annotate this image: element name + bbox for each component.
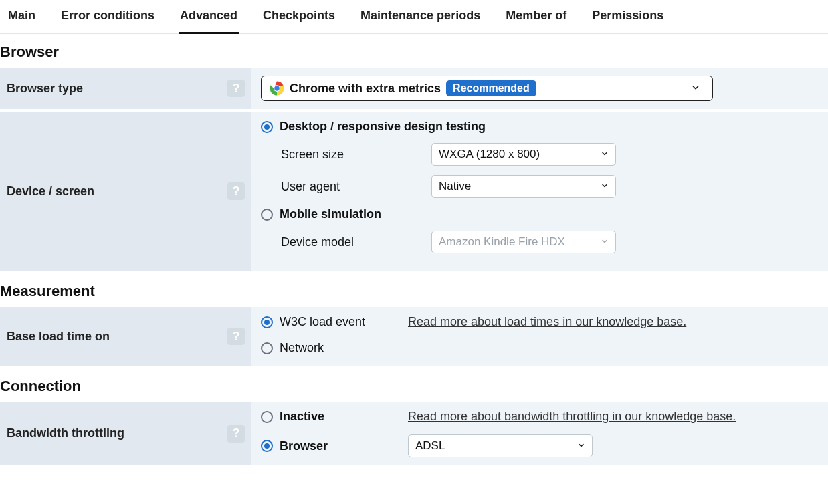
user-agent-value: Native xyxy=(439,180,471,193)
bandwidth-label-text: Bandwidth throttling xyxy=(7,426,124,440)
bandwidth-label: Bandwidth throttling ? xyxy=(0,402,251,465)
throttle-select[interactable]: ADSL xyxy=(408,434,593,457)
connection-heading: Connection xyxy=(0,368,828,402)
tab-error-conditions[interactable]: Error conditions xyxy=(60,1,156,34)
bandwidth-link[interactable]: Read more about bandwidth throttling in … xyxy=(408,410,736,424)
base-load-time-label: Base load time on ? xyxy=(0,307,251,366)
measurement-heading: Measurement xyxy=(0,273,828,307)
desktop-radio[interactable] xyxy=(261,121,273,133)
tab-permissions[interactable]: Permissions xyxy=(591,1,665,34)
recommended-badge: Recommended xyxy=(446,80,536,96)
browser-heading: Browser xyxy=(0,34,828,68)
chevron-down-icon xyxy=(601,149,609,160)
help-icon[interactable]: ? xyxy=(227,80,245,97)
network-radio-label: Network xyxy=(280,341,324,355)
browser-type-label: Browser type ? xyxy=(0,68,251,109)
w3c-radio-label: W3C load event xyxy=(280,315,365,329)
svg-point-2 xyxy=(274,86,279,90)
device-model-select: Amazon Kindle Fire HDX xyxy=(431,231,616,253)
device-model-value: Amazon Kindle Fire HDX xyxy=(439,235,565,249)
screen-size-select[interactable]: WXGA (1280 x 800) xyxy=(431,143,616,166)
user-agent-label: User agent xyxy=(281,180,431,194)
tab-bar: Main Error conditions Advanced Checkpoin… xyxy=(0,0,828,34)
browser-throttle-radio[interactable] xyxy=(261,440,273,452)
network-radio[interactable] xyxy=(261,342,273,354)
browser-type-row: Browser type ? Chrome with extra metrics… xyxy=(0,68,828,112)
browser-type-value: Chrome with extra metrics xyxy=(290,82,441,96)
mobile-radio-label: Mobile simulation xyxy=(280,207,381,221)
screen-size-value: WXGA (1280 x 800) xyxy=(439,148,540,161)
chevron-down-icon xyxy=(577,440,585,451)
load-times-link[interactable]: Read more about load times in our knowle… xyxy=(408,315,686,329)
help-icon[interactable]: ? xyxy=(227,425,245,443)
tab-member-of[interactable]: Member of xyxy=(504,1,568,34)
chevron-down-icon xyxy=(601,181,609,192)
chrome-icon xyxy=(270,81,284,96)
user-agent-select[interactable]: Native xyxy=(431,175,616,198)
device-screen-row: Device / screen ? Desktop / responsive d… xyxy=(0,112,828,273)
browser-type-dropdown[interactable]: Chrome with extra metrics Recommended xyxy=(261,76,713,101)
mobile-radio[interactable] xyxy=(261,209,273,221)
inactive-radio-label: Inactive xyxy=(280,410,324,424)
tab-advanced[interactable]: Advanced xyxy=(179,1,239,34)
desktop-radio-label: Desktop / responsive design testing xyxy=(280,120,486,134)
device-model-label: Device model xyxy=(281,235,431,249)
chevron-down-icon xyxy=(601,237,609,247)
w3c-radio[interactable] xyxy=(261,316,273,328)
browser-throttle-radio-label: Browser xyxy=(280,439,328,453)
base-load-time-label-text: Base load time on xyxy=(7,330,110,344)
tab-checkpoints[interactable]: Checkpoints xyxy=(262,1,336,34)
tab-main[interactable]: Main xyxy=(7,1,37,34)
bandwidth-row: Bandwidth throttling ? Inactive Read mor… xyxy=(0,402,828,465)
device-screen-label: Device / screen ? xyxy=(0,112,251,271)
base-load-time-row: Base load time on ? W3C load event Read … xyxy=(0,307,828,368)
browser-type-label-text: Browser type xyxy=(7,82,83,96)
throttle-value: ADSL xyxy=(415,439,445,453)
device-screen-label-text: Device / screen xyxy=(7,184,94,199)
tab-maintenance-periods[interactable]: Maintenance periods xyxy=(359,1,482,34)
screen-size-label: Screen size xyxy=(281,148,431,162)
help-icon[interactable]: ? xyxy=(227,328,245,345)
help-icon[interactable]: ? xyxy=(227,182,245,200)
chevron-down-icon xyxy=(691,82,700,96)
inactive-radio[interactable] xyxy=(261,411,273,423)
